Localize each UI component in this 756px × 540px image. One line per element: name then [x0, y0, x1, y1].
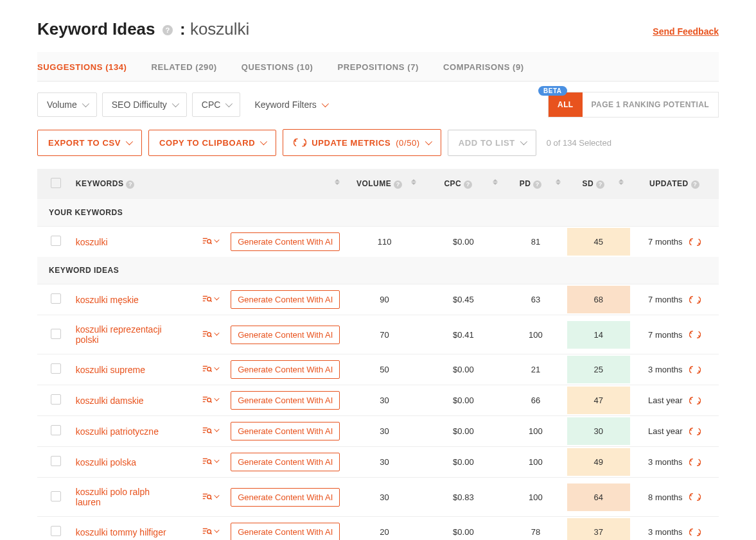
help-icon[interactable]: ?: [533, 180, 541, 189]
keyword-link[interactable]: koszulki reprezentacji polski: [76, 324, 172, 345]
tab-4[interactable]: COMPARISONS (9): [443, 62, 524, 72]
drill-down-icon[interactable]: [202, 364, 218, 373]
col-cpc[interactable]: CPC?: [423, 169, 504, 199]
drill-down-icon[interactable]: [202, 236, 218, 245]
help-icon[interactable]: ?: [691, 180, 699, 189]
generate-ai-button[interactable]: Generate Content With AI: [231, 523, 340, 540]
select-all-checkbox[interactable]: [51, 178, 61, 188]
chevron-down-icon: [172, 100, 179, 107]
sort-icon[interactable]: [556, 179, 561, 185]
row-checkbox[interactable]: [51, 491, 61, 501]
keyword-link[interactable]: koszulki męskie: [76, 295, 139, 305]
col-keywords[interactable]: KEYWORDS?: [69, 169, 347, 199]
sort-icon[interactable]: [411, 179, 416, 185]
generate-ai-button[interactable]: Generate Content With AI: [231, 422, 340, 440]
keyword-filters[interactable]: Keyword Filters: [245, 93, 335, 116]
row-checkbox[interactable]: [51, 363, 61, 374]
refresh-icon[interactable]: [689, 295, 701, 304]
keyword-link[interactable]: koszulki supreme: [76, 365, 145, 375]
tab-0[interactable]: SUGGESTIONS (134): [37, 62, 127, 72]
refresh-icon[interactable]: [689, 365, 701, 374]
refresh-icon[interactable]: [689, 396, 701, 405]
keyword-link[interactable]: koszulki: [76, 237, 108, 247]
col-sd[interactable]: SD?: [567, 169, 630, 199]
seo-difficulty-filter[interactable]: SEO Difficulty: [102, 92, 187, 117]
sd-cell: 45: [567, 228, 630, 256]
sort-icon[interactable]: [619, 179, 624, 185]
pd-cell: 100: [504, 416, 567, 447]
keyword-link[interactable]: koszulki polska: [76, 457, 136, 467]
help-icon[interactable]: ?: [464, 180, 472, 189]
sort-icon[interactable]: [493, 179, 498, 185]
col-updated[interactable]: UPDATED?: [630, 169, 719, 199]
volume-cell: 90: [346, 284, 422, 315]
view-ranking-button[interactable]: PAGE 1 RANKING POTENTIAL: [583, 92, 718, 117]
keyword-link[interactable]: koszulki tommy hilfiger: [76, 527, 166, 537]
drill-down-icon[interactable]: [202, 329, 218, 338]
help-icon[interactable]: ?: [596, 180, 604, 189]
chevron-down-icon: [126, 138, 133, 145]
generate-ai-button[interactable]: Generate Content With AI: [231, 391, 340, 410]
cpc-cell: $0.00: [423, 227, 504, 257]
drill-down-icon[interactable]: [202, 457, 218, 466]
sort-icon[interactable]: [335, 179, 340, 185]
row-checkbox[interactable]: [51, 394, 61, 405]
row-checkbox[interactable]: [51, 425, 61, 435]
table-row: koszulki supremeGenerate Content With AI…: [37, 354, 719, 385]
row-checkbox[interactable]: [51, 526, 61, 536]
svg-line-19: [211, 370, 212, 372]
refresh-icon[interactable]: [689, 492, 701, 501]
updated-text: 3 months: [648, 365, 682, 374]
help-icon[interactable]: ?: [126, 180, 134, 189]
tab-3[interactable]: PREPOSITIONS (7): [337, 62, 419, 72]
updated-text: Last year: [648, 426, 682, 436]
col-volume[interactable]: VOLUME?: [346, 169, 422, 199]
refresh-icon[interactable]: [689, 238, 701, 247]
drill-down-icon[interactable]: [202, 527, 218, 536]
generate-ai-button[interactable]: Generate Content With AI: [231, 360, 340, 379]
generate-ai-button[interactable]: Generate Content With AI: [231, 326, 340, 344]
tab-1[interactable]: RELATED (290): [152, 62, 217, 72]
row-checkbox[interactable]: [51, 293, 61, 304]
drill-down-icon[interactable]: [202, 426, 218, 435]
pd-cell: 100: [504, 447, 567, 478]
view-all-button[interactable]: ALL: [549, 92, 583, 117]
update-metrics-button[interactable]: UPDATE METRICS (0/50): [283, 129, 441, 156]
refresh-icon[interactable]: [689, 528, 701, 537]
keyword-link[interactable]: koszulki damskie: [76, 396, 144, 406]
send-feedback-link[interactable]: Send Feedback: [653, 26, 719, 37]
help-icon[interactable]: ?: [163, 25, 173, 35]
refresh-icon[interactable]: [689, 458, 701, 467]
row-checkbox[interactable]: [51, 236, 61, 246]
keyword-link[interactable]: koszulki polo ralph lauren: [76, 487, 172, 507]
volume-cell: 20: [346, 517, 422, 541]
volume-filter[interactable]: Volume: [37, 92, 97, 117]
row-checkbox[interactable]: [51, 329, 61, 339]
generate-ai-button[interactable]: Generate Content With AI: [231, 488, 340, 507]
add-to-list-button[interactable]: ADD TO LIST: [448, 130, 536, 156]
generate-ai-button[interactable]: Generate Content With AI: [231, 290, 340, 309]
updated-text: 7 months: [648, 330, 682, 340]
drill-down-icon[interactable]: [202, 395, 218, 404]
keyword-link[interactable]: koszulki patriotyczne: [76, 426, 159, 437]
row-checkbox[interactable]: [51, 456, 61, 466]
refresh-icon[interactable]: [689, 330, 701, 339]
cpc-filter[interactable]: CPC: [192, 92, 241, 117]
tab-2[interactable]: QUESTIONS (10): [242, 62, 313, 72]
svg-point-23: [207, 398, 211, 402]
generate-ai-button[interactable]: Generate Content With AI: [231, 453, 340, 471]
sd-cell: 68: [567, 286, 630, 313]
generate-ai-button[interactable]: Generate Content With AI: [231, 232, 340, 251]
volume-cell: 30: [346, 416, 422, 447]
copy-clipboard-button[interactable]: COPY TO CLIPBOARD: [148, 130, 276, 156]
help-icon[interactable]: ?: [394, 180, 402, 189]
volume-cell: 110: [346, 227, 422, 257]
col-pd[interactable]: PD?: [504, 169, 567, 199]
drill-down-icon[interactable]: [202, 492, 218, 501]
svg-point-43: [207, 530, 211, 534]
refresh-icon[interactable]: [689, 427, 701, 436]
sd-cell: 49: [567, 448, 630, 476]
section-header: YOUR KEYWORDS: [37, 199, 719, 227]
export-csv-button[interactable]: EXPORT TO CSV: [37, 130, 142, 156]
drill-down-icon[interactable]: [202, 294, 218, 303]
